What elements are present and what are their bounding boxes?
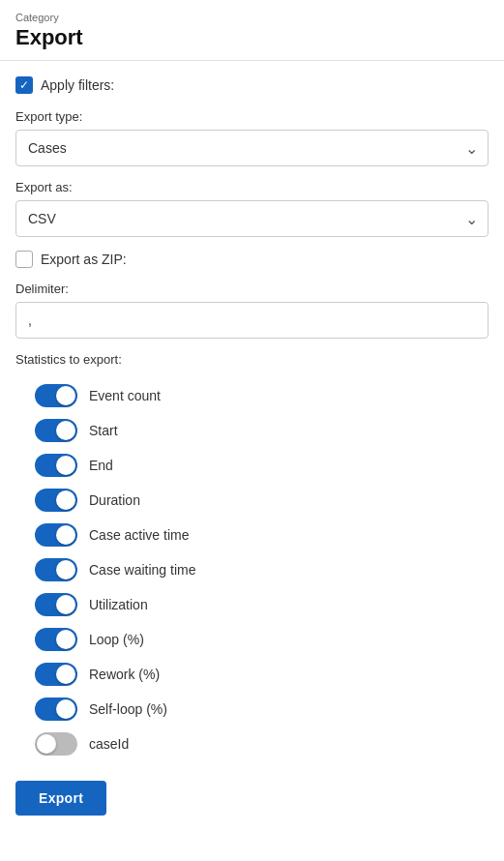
chevron-down-icon-2: ⌄ [465, 210, 478, 228]
toggle-track-caseid [35, 732, 77, 756]
statistics-toggle-list: Event countStartEndDurationCase active t… [15, 378, 489, 761]
export-zip-label: Export as ZIP: [41, 252, 127, 267]
page-header: Category Export [0, 0, 504, 61]
export-zip-row: Export as ZIP: [15, 251, 489, 268]
apply-filters-row: ✓ Apply filters: [15, 76, 489, 94]
export-type-label: Export type: [15, 109, 489, 124]
toggle-label-rework: Rework (%) [89, 667, 160, 682]
toggle-row-case-waiting-time: Case waiting time [15, 552, 489, 587]
toggle-row-start: Start [15, 413, 489, 448]
toggle-loop[interactable] [35, 628, 77, 651]
toggle-thumb-duration [56, 490, 75, 510]
toggle-label-utilization: Utilization [89, 597, 148, 612]
toggle-label-caseid: caseId [89, 736, 129, 752]
export-button[interactable]: Export [15, 781, 106, 816]
apply-filters-checkbox[interactable]: ✓ [15, 76, 33, 94]
toggle-thumb-case-waiting-time [56, 560, 75, 579]
toggle-rework[interactable] [35, 663, 77, 686]
toggle-row-caseid: caseId [15, 727, 489, 761]
toggle-label-loop: Loop (%) [89, 632, 144, 647]
toggle-row-loop: Loop (%) [15, 622, 489, 657]
toggle-end[interactable] [35, 454, 77, 477]
toggle-track-self-loop [35, 698, 77, 721]
toggle-track-event-count [35, 384, 77, 407]
toggle-row-end: End [15, 448, 489, 483]
delimiter-input[interactable] [15, 302, 489, 339]
content-area: ✓ Apply filters: Export type: Cases ⌄ Ex… [0, 61, 504, 835]
export-zip-checkbox[interactable] [15, 251, 33, 268]
chevron-down-icon: ⌄ [465, 139, 478, 158]
toggle-caseid[interactable] [35, 732, 77, 756]
export-as-value: CSV [28, 211, 56, 226]
toggle-label-event-count: Event count [89, 388, 161, 403]
toggle-track-duration [35, 489, 77, 512]
toggle-track-end [35, 454, 77, 477]
toggle-track-case-active-time [35, 523, 77, 547]
toggle-label-case-waiting-time: Case waiting time [89, 562, 196, 578]
toggle-thumb-rework [56, 665, 75, 684]
toggle-row-event-count: Event count [15, 378, 489, 413]
toggle-track-case-waiting-time [35, 558, 77, 581]
statistics-section: Statistics to export: Event countStartEn… [15, 352, 489, 761]
page-title: Export [15, 25, 489, 50]
export-type-value: Cases [28, 140, 67, 156]
delimiter-group: Delimiter: [15, 282, 489, 339]
toggle-label-case-active-time: Case active time [89, 527, 189, 543]
toggle-row-self-loop: Self-loop (%) [15, 692, 489, 727]
apply-filters-label: Apply filters: [41, 77, 114, 93]
export-type-group: Export type: Cases ⌄ [15, 109, 489, 166]
toggle-thumb-utilization [56, 595, 75, 614]
export-as-label: Export as: [15, 180, 489, 194]
export-as-group: Export as: CSV ⌄ [15, 180, 489, 237]
toggle-label-self-loop: Self-loop (%) [89, 701, 167, 717]
delimiter-label: Delimiter: [15, 282, 489, 296]
toggle-label-end: End [89, 458, 113, 473]
toggle-thumb-loop [56, 630, 75, 649]
toggle-thumb-start [56, 421, 75, 440]
checkmark-icon: ✓ [19, 79, 29, 91]
toggle-label-duration: Duration [89, 492, 140, 508]
toggle-case-waiting-time[interactable] [35, 558, 77, 581]
toggle-row-duration: Duration [15, 483, 489, 518]
toggle-track-rework [35, 663, 77, 686]
toggle-row-case-active-time: Case active time [15, 518, 489, 552]
export-as-select[interactable]: CSV ⌄ [15, 200, 489, 237]
toggle-event-count[interactable] [35, 384, 77, 407]
category-label: Category [15, 12, 489, 23]
toggle-self-loop[interactable] [35, 698, 77, 721]
toggle-utilization[interactable] [35, 593, 77, 616]
toggle-track-utilization [35, 593, 77, 616]
toggle-thumb-end [56, 456, 75, 475]
toggle-thumb-case-active-time [56, 525, 75, 545]
toggle-label-start: Start [89, 423, 118, 438]
toggle-thumb-caseid [37, 734, 56, 754]
toggle-thumb-self-loop [56, 699, 75, 719]
export-type-select[interactable]: Cases ⌄ [15, 130, 489, 166]
toggle-thumb-event-count [56, 386, 75, 405]
toggle-row-utilization: Utilization [15, 587, 489, 622]
toggle-track-loop [35, 628, 77, 651]
statistics-label: Statistics to export: [15, 352, 489, 367]
toggle-duration[interactable] [35, 489, 77, 512]
toggle-track-start [35, 419, 77, 442]
toggle-row-rework: Rework (%) [15, 657, 489, 692]
toggle-case-active-time[interactable] [35, 523, 77, 547]
toggle-start[interactable] [35, 419, 77, 442]
